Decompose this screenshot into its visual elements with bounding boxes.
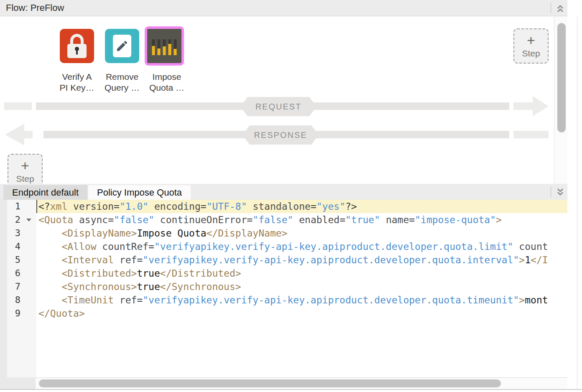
line-number: 1	[0, 200, 36, 213]
code-line-9[interactable]: 9</Quota>	[0, 307, 567, 320]
line-number: 7	[0, 280, 36, 293]
editor-horizontal-scrollbar-row	[0, 377, 567, 389]
code-line-1[interactable]: 1<?xml version="1.0" encoding="UTF-8" st…	[0, 200, 567, 213]
request-bar-stub	[4, 102, 32, 110]
flow-canvas: Verify API Key… RemoveQuery … ImposeQuot…	[0, 16, 567, 184]
pencil-icon	[113, 35, 131, 57]
flow-vertical-scrollbar[interactable]	[554, 16, 567, 184]
add-step-button-response[interactable]: + Step	[8, 154, 43, 184]
apigee-flow-editor: Flow: PreFlow	[0, 0, 582, 392]
request-banner: REQUEST	[240, 97, 317, 116]
tab-bar-divider	[551, 187, 551, 197]
lock-icon	[67, 34, 87, 58]
fold-caret-icon[interactable]	[26, 219, 31, 221]
collapse-editor-panel-button[interactable]	[554, 186, 566, 198]
double-chevron-down-icon	[555, 187, 565, 197]
line-number: 5	[0, 253, 36, 267]
collapse-flow-panel-button[interactable]	[554, 3, 566, 14]
double-chevron-up-icon	[555, 3, 565, 13]
tab-policy-impose-quota[interactable]: Policy Impose Quota	[88, 185, 191, 200]
editor-tab-bar: Endpoint default Policy Impose Quota	[0, 184, 567, 200]
policy-step-remove-query-param[interactable]	[105, 29, 139, 63]
policy-label-impose-quota: ImposeQuota …	[135, 71, 198, 93]
window-right-border	[577, 16, 577, 389]
line-number: 3	[0, 227, 36, 240]
tab-endpoint-default[interactable]: Endpoint default	[3, 185, 87, 200]
response-arrow-head-icon	[5, 124, 24, 145]
plus-icon: +	[527, 33, 535, 47]
flow-vertical-scrollbar-thumb[interactable]	[557, 23, 566, 132]
text-cursor	[36, 200, 37, 213]
code-line-7[interactable]: 7 <Synchronous>true</Synchronous>	[0, 280, 567, 293]
response-arrow-shaft	[23, 131, 33, 138]
editor-horizontal-scrollbar[interactable]	[36, 377, 567, 389]
policy-step-verify-api-key[interactable]	[60, 29, 94, 63]
window-bottom-border	[0, 389, 582, 390]
code-line-2[interactable]: 2<Quota async="false" continueOnError="f…	[0, 213, 567, 227]
code-line-5[interactable]: 5 <Interval ref="verifyapikey.verify-api…	[0, 253, 567, 267]
policy-step-impose-quota-selected[interactable]	[145, 26, 184, 66]
quota-bars-icon	[152, 39, 177, 55]
code-line-6[interactable]: 6 <Distributed>true</Distributed>	[0, 267, 567, 280]
line-number: 6	[0, 267, 36, 280]
line-number: 2	[0, 213, 36, 227]
add-step-button-request[interactable]: + Step	[513, 28, 549, 64]
code-editor[interactable]: 1<?xml version="1.0" encoding="UTF-8" st…	[0, 200, 567, 377]
code-line-3[interactable]: 3 <DisplayName>Impose Quota</DisplayName…	[0, 227, 567, 240]
flow-title: Flow: PreFlow	[6, 0, 64, 16]
code-line-8[interactable]: 8 <TimeUnit ref="verifyapikey.verify-api…	[0, 293, 567, 307]
gutter-footer	[0, 377, 36, 389]
line-number: 4	[0, 240, 36, 253]
line-number: 8	[0, 293, 36, 307]
flow-panel-header: Flow: PreFlow	[0, 0, 567, 16]
response-bar-stub	[513, 131, 549, 138]
header-divider	[551, 3, 551, 13]
response-banner: RESPONSE	[242, 125, 319, 145]
line-number: 9	[0, 307, 36, 320]
request-arrow-head-icon	[533, 96, 549, 116]
plus-icon: +	[21, 158, 29, 173]
code-line-4[interactable]: 4 <Allow countRef="verifyapikey.verify-a…	[0, 240, 567, 253]
editor-horizontal-scrollbar-thumb[interactable]	[39, 379, 501, 387]
request-arrow-shaft	[513, 102, 534, 110]
